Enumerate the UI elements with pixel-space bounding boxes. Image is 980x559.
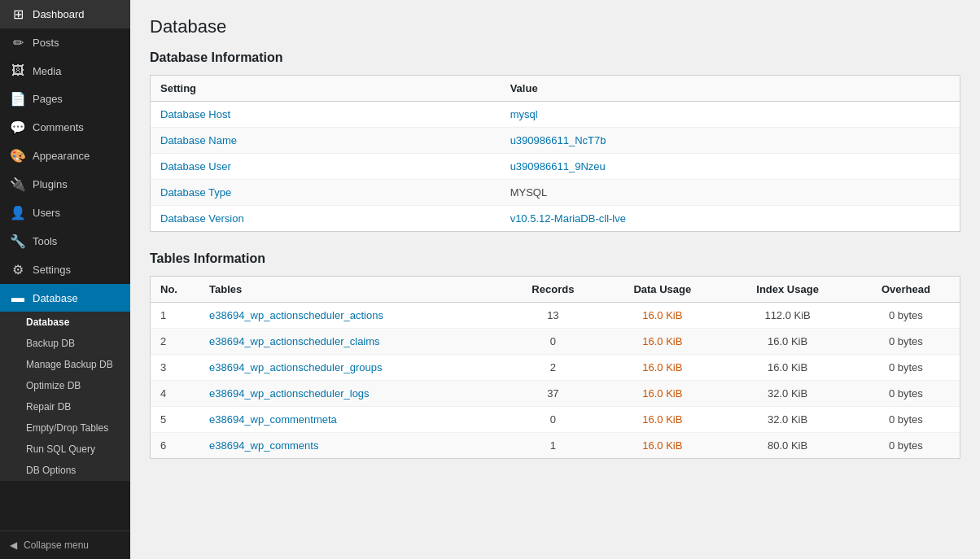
table-name[interactable]: e38694_wp_commentmeta bbox=[199, 407, 505, 433]
table-records: 2 bbox=[505, 355, 602, 381]
table-overhead: 0 bytes bbox=[852, 355, 960, 381]
collapse-menu-button[interactable]: ◀ Collapse menu bbox=[0, 531, 130, 559]
db-info-section-title: Database Information bbox=[150, 50, 960, 65]
submenu-item-repair-db[interactable]: Repair DB bbox=[0, 396, 130, 417]
sidebar-item-label-dashboard: Dashboard bbox=[33, 8, 85, 20]
plugins-icon: 🔌 bbox=[10, 177, 26, 192]
users-icon: 👤 bbox=[10, 205, 26, 221]
sidebar-item-label-users: Users bbox=[33, 207, 60, 219]
sidebar-item-settings[interactable]: ⚙ Settings bbox=[0, 255, 130, 284]
table-records: 0 bbox=[505, 329, 602, 355]
table-records: 37 bbox=[505, 381, 602, 407]
db-info-header-row: Setting Value bbox=[151, 76, 960, 102]
submenu-item-empty-drop-tables[interactable]: Empty/Drop Tables bbox=[0, 417, 130, 439]
collapse-icon: ◀ bbox=[10, 539, 17, 551]
sidebar-item-label-settings: Settings bbox=[33, 264, 71, 276]
dashboard-icon: ⊞ bbox=[10, 7, 26, 22]
table-row: 2 e38694_wp_actionscheduler_claims 0 16.… bbox=[151, 329, 960, 355]
sidebar-item-plugins[interactable]: 🔌 Plugins bbox=[0, 170, 130, 199]
db-setting-value: u390986611_9Nzeu bbox=[501, 154, 960, 180]
settings-icon: ⚙ bbox=[10, 262, 26, 277]
db-info-row: Database Host mysql bbox=[151, 102, 960, 128]
table-name[interactable]: e38694_wp_actionscheduler_groups bbox=[199, 355, 505, 381]
table-data-usage: 16.0 KiB bbox=[602, 329, 723, 355]
db-setting-label: Database User bbox=[151, 154, 501, 180]
table-data-usage: 16.0 KiB bbox=[602, 303, 723, 329]
tables-info-table: No.TablesRecordsData UsageIndex UsageOve… bbox=[151, 277, 960, 458]
table-name[interactable]: e38694_wp_actionscheduler_actions bbox=[199, 303, 505, 329]
db-info-table: Setting Value Database Host mysqlDatabas… bbox=[151, 76, 960, 231]
db-info-col-value: Value bbox=[501, 76, 960, 102]
sidebar-item-media[interactable]: 🖼 Media bbox=[0, 57, 130, 85]
table-data-usage: 16.0 KiB bbox=[602, 355, 723, 381]
posts-icon: ✏ bbox=[10, 35, 26, 50]
db-setting-value: u390986611_NcT7b bbox=[501, 128, 960, 154]
table-index-usage: 16.0 KiB bbox=[723, 355, 851, 381]
table-row: 1 e38694_wp_actionscheduler_actions 13 1… bbox=[151, 303, 960, 329]
tables-header-row: No.TablesRecordsData UsageIndex UsageOve… bbox=[151, 277, 960, 303]
table-overhead: 0 bytes bbox=[852, 407, 960, 433]
table-index-usage: 32.0 KiB bbox=[723, 407, 851, 433]
db-info-row: Database Version v10.5.12-MariaDB-cll-lv… bbox=[151, 206, 960, 232]
sidebar-item-label-database: Database bbox=[33, 292, 78, 304]
sidebar-item-appearance[interactable]: 🎨 Appearance bbox=[0, 142, 130, 170]
table-records: 13 bbox=[505, 303, 602, 329]
db-setting-value: mysql bbox=[501, 102, 960, 128]
table-index-usage: 32.0 KiB bbox=[723, 381, 851, 407]
submenu-item-manage-backup-db[interactable]: Manage Backup DB bbox=[0, 354, 130, 375]
table-row: 6 e38694_wp_comments 1 16.0 KiB 80.0 KiB… bbox=[151, 433, 960, 459]
table-overhead: 0 bytes bbox=[852, 329, 960, 355]
sidebar-item-label-pages: Pages bbox=[33, 93, 63, 105]
table-row: 4 e38694_wp_actionscheduler_logs 37 16.0… bbox=[151, 381, 960, 407]
table-data-usage: 16.0 KiB bbox=[602, 433, 723, 459]
tables-section-title: Tables Information bbox=[150, 251, 960, 266]
database-icon: ▬ bbox=[10, 290, 26, 305]
submenu-item-database-main[interactable]: Database bbox=[0, 312, 130, 333]
table-no: 2 bbox=[151, 329, 199, 355]
sidebar-item-dashboard[interactable]: ⊞ Dashboard bbox=[0, 0, 130, 28]
submenu-item-backup-db[interactable]: Backup DB bbox=[0, 333, 130, 354]
submenu-item-db-options[interactable]: DB Options bbox=[0, 460, 130, 481]
table-no: 6 bbox=[151, 433, 199, 459]
table-no: 5 bbox=[151, 407, 199, 433]
table-name[interactable]: e38694_wp_comments bbox=[199, 433, 505, 459]
db-setting-label: Database Version bbox=[151, 206, 501, 232]
db-setting-value: MYSQL bbox=[501, 180, 960, 206]
table-index-usage: 112.0 KiB bbox=[723, 303, 851, 329]
tables-col-header: Index Usage bbox=[723, 277, 851, 303]
table-row: 5 e38694_wp_commentmeta 0 16.0 KiB 32.0 … bbox=[151, 407, 960, 433]
collapse-label: Collapse menu bbox=[24, 539, 89, 551]
sidebar-item-label-posts: Posts bbox=[33, 37, 59, 49]
table-name[interactable]: e38694_wp_actionscheduler_logs bbox=[199, 381, 505, 407]
sidebar-item-posts[interactable]: ✏ Posts bbox=[0, 28, 130, 57]
db-setting-value: v10.5.12-MariaDB-cll-lve bbox=[501, 206, 960, 232]
sidebar-item-users[interactable]: 👤 Users bbox=[0, 199, 130, 227]
sidebar-item-database[interactable]: ▬ Database bbox=[0, 284, 130, 312]
table-overhead: 0 bytes bbox=[852, 303, 960, 329]
tables-col-header: Tables bbox=[199, 277, 505, 303]
sidebar-item-comments[interactable]: 💬 Comments bbox=[0, 113, 130, 142]
tables-col-header: Records bbox=[505, 277, 602, 303]
db-setting-label: Database Name bbox=[151, 128, 501, 154]
db-info-row: Database User u390986611_9Nzeu bbox=[151, 154, 960, 180]
sidebar-item-pages[interactable]: 📄 Pages bbox=[0, 85, 130, 113]
sidebar-item-label-plugins: Plugins bbox=[33, 178, 68, 190]
submenu-item-run-sql-query[interactable]: Run SQL Query bbox=[0, 439, 130, 460]
sidebar-item-label-appearance: Appearance bbox=[33, 150, 90, 162]
db-info-col-setting: Setting bbox=[151, 76, 501, 102]
sidebar-item-tools[interactable]: 🔧 Tools bbox=[0, 227, 130, 255]
table-data-usage: 16.0 KiB bbox=[602, 381, 723, 407]
table-name[interactable]: e38694_wp_actionscheduler_claims bbox=[199, 329, 505, 355]
main-content: Database Database Information Setting Va… bbox=[130, 0, 980, 559]
appearance-icon: 🎨 bbox=[10, 148, 26, 164]
submenu-item-optimize-db[interactable]: Optimize DB bbox=[0, 375, 130, 396]
tables-col-header: Overhead bbox=[852, 277, 960, 303]
db-setting-label: Database Host bbox=[151, 102, 501, 128]
db-info-row: Database Name u390986611_NcT7b bbox=[151, 128, 960, 154]
table-data-usage: 16.0 KiB bbox=[602, 407, 723, 433]
table-overhead: 0 bytes bbox=[852, 381, 960, 407]
db-info-row: Database Type MYSQL bbox=[151, 180, 960, 206]
sidebar: ⊞ Dashboard✏ Posts🖼 Media📄 Pages💬 Commen… bbox=[0, 0, 130, 559]
comments-icon: 💬 bbox=[10, 120, 26, 135]
sidebar-item-label-media: Media bbox=[33, 65, 61, 77]
